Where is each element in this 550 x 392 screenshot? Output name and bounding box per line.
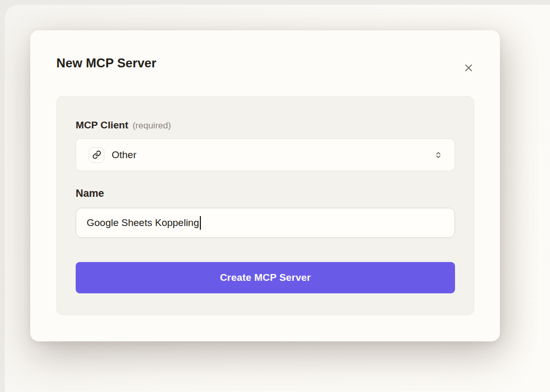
mcp-client-select[interactable]: Other <box>76 138 455 171</box>
create-mcp-server-button[interactable]: Create MCP Server <box>76 262 455 293</box>
link-icon <box>89 147 104 163</box>
name-label: Name <box>76 187 455 199</box>
close-button[interactable] <box>459 58 478 77</box>
mcp-client-selected-value: Other <box>112 149 434 161</box>
name-input[interactable]: Google Sheets Koppeling <box>76 208 455 238</box>
new-mcp-server-dialog: New MCP Server MCP Client (required) Oth… <box>30 30 500 341</box>
form-panel: MCP Client (required) Other Name Google … <box>56 96 474 315</box>
chevrons-up-down-icon <box>434 150 443 160</box>
name-input-value: Google Sheets Koppeling <box>87 217 199 229</box>
mcp-client-label-row: MCP Client (required) <box>76 120 455 131</box>
text-cursor <box>200 216 201 230</box>
mcp-client-label: MCP Client <box>76 120 128 131</box>
required-hint: (required) <box>133 121 171 131</box>
x-icon <box>463 62 474 74</box>
dialog-title: New MCP Server <box>56 54 474 72</box>
